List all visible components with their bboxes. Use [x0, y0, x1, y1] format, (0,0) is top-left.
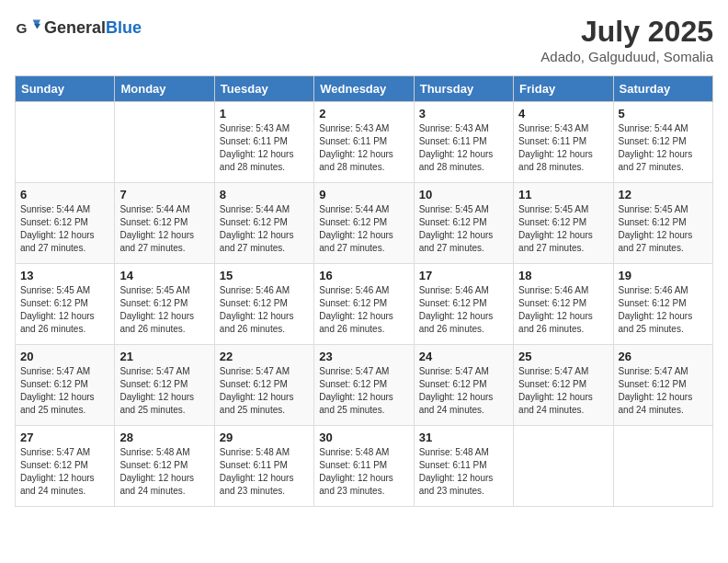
calendar-cell: 31Sunrise: 5:48 AMSunset: 6:11 PMDayligh… [414, 426, 513, 507]
day-number: 1 [220, 107, 309, 121]
logo: G GeneralBlue [15, 15, 142, 40]
day-number: 25 [518, 350, 608, 363]
day-number: 17 [419, 269, 508, 282]
cell-info: Sunrise: 5:44 AMSunset: 6:12 PMDaylight:… [20, 203, 109, 255]
cell-info: Sunrise: 5:43 AMSunset: 6:11 PMDaylight:… [220, 122, 309, 174]
cell-info: Sunrise: 5:47 AMSunset: 6:12 PMDaylight:… [518, 365, 608, 417]
calendar-cell: 18Sunrise: 5:46 AMSunset: 6:12 PMDayligh… [514, 264, 613, 345]
calendar-cell: 9Sunrise: 5:44 AMSunset: 6:12 PMDaylight… [314, 183, 414, 264]
calendar-cell: 29Sunrise: 5:48 AMSunset: 6:11 PMDayligh… [214, 426, 313, 507]
calendar-cell: 11Sunrise: 5:45 AMSunset: 6:12 PMDayligh… [514, 183, 613, 264]
day-number: 20 [20, 350, 109, 363]
day-number: 7 [119, 188, 209, 201]
cell-info: Sunrise: 5:44 AMSunset: 6:12 PMDaylight:… [319, 203, 408, 255]
day-number: 11 [518, 188, 608, 201]
col-header-thursday: Thursday [414, 76, 513, 102]
cell-info: Sunrise: 5:47 AMSunset: 6:12 PMDaylight:… [119, 365, 209, 417]
calendar-table: SundayMondayTuesdayWednesdayThursdayFrid… [15, 75, 713, 507]
calendar-cell: 30Sunrise: 5:48 AMSunset: 6:11 PMDayligh… [314, 426, 414, 507]
day-number: 14 [119, 269, 209, 282]
calendar-cell: 20Sunrise: 5:47 AMSunset: 6:12 PMDayligh… [16, 345, 115, 426]
logo-icon: G [15, 15, 40, 40]
day-number: 22 [220, 350, 309, 363]
col-header-wednesday: Wednesday [314, 76, 414, 102]
cell-info: Sunrise: 5:47 AMSunset: 6:12 PMDaylight:… [319, 365, 408, 417]
week-row-1: 1Sunrise: 5:43 AMSunset: 6:11 PMDaylight… [16, 102, 713, 183]
calendar-cell: 2Sunrise: 5:43 AMSunset: 6:11 PMDaylight… [314, 102, 414, 183]
col-header-saturday: Saturday [613, 76, 712, 102]
location: Adado, Galguduud, Somalia [540, 49, 713, 64]
calendar-cell [613, 426, 712, 507]
day-number: 10 [419, 188, 508, 201]
calendar-cell: 14Sunrise: 5:45 AMSunset: 6:12 PMDayligh… [115, 264, 214, 345]
title-block: July 2025 Adado, Galguduud, Somalia [540, 15, 713, 64]
page-header: G GeneralBlue July 2025 Adado, Galguduud… [15, 15, 713, 64]
svg-marker-2 [34, 24, 40, 29]
col-header-friday: Friday [514, 76, 613, 102]
day-number: 8 [220, 188, 309, 201]
cell-info: Sunrise: 5:44 AMSunset: 6:12 PMDaylight:… [220, 203, 309, 255]
col-header-tuesday: Tuesday [214, 76, 313, 102]
calendar-cell: 13Sunrise: 5:45 AMSunset: 6:12 PMDayligh… [16, 264, 115, 345]
day-number: 2 [319, 107, 408, 121]
calendar-cell: 17Sunrise: 5:46 AMSunset: 6:12 PMDayligh… [414, 264, 513, 345]
day-number: 29 [220, 431, 309, 444]
calendar-cell: 26Sunrise: 5:47 AMSunset: 6:12 PMDayligh… [613, 345, 712, 426]
week-row-5: 27Sunrise: 5:47 AMSunset: 6:12 PMDayligh… [16, 426, 713, 507]
cell-info: Sunrise: 5:48 AMSunset: 6:11 PMDaylight:… [220, 446, 309, 498]
calendar-cell: 12Sunrise: 5:45 AMSunset: 6:12 PMDayligh… [613, 183, 712, 264]
cell-info: Sunrise: 5:46 AMSunset: 6:12 PMDaylight:… [220, 284, 309, 336]
header-row: SundayMondayTuesdayWednesdayThursdayFrid… [16, 76, 713, 102]
cell-info: Sunrise: 5:43 AMSunset: 6:11 PMDaylight:… [419, 122, 508, 174]
day-number: 27 [20, 431, 109, 444]
col-header-sunday: Sunday [16, 76, 115, 102]
cell-info: Sunrise: 5:47 AMSunset: 6:12 PMDaylight:… [20, 446, 109, 498]
week-row-3: 13Sunrise: 5:45 AMSunset: 6:12 PMDayligh… [16, 264, 713, 345]
calendar-cell: 10Sunrise: 5:45 AMSunset: 6:12 PMDayligh… [414, 183, 513, 264]
calendar-cell: 6Sunrise: 5:44 AMSunset: 6:12 PMDaylight… [16, 183, 115, 264]
cell-info: Sunrise: 5:46 AMSunset: 6:12 PMDaylight:… [319, 284, 408, 336]
day-number: 23 [319, 350, 408, 363]
week-row-2: 6Sunrise: 5:44 AMSunset: 6:12 PMDaylight… [16, 183, 713, 264]
cell-info: Sunrise: 5:43 AMSunset: 6:11 PMDaylight:… [319, 122, 408, 174]
col-header-monday: Monday [115, 76, 214, 102]
day-number: 31 [419, 431, 508, 444]
calendar-cell: 27Sunrise: 5:47 AMSunset: 6:12 PMDayligh… [16, 426, 115, 507]
cell-info: Sunrise: 5:47 AMSunset: 6:12 PMDaylight:… [619, 365, 708, 417]
cell-info: Sunrise: 5:45 AMSunset: 6:12 PMDaylight:… [119, 284, 209, 336]
cell-info: Sunrise: 5:43 AMSunset: 6:11 PMDaylight:… [518, 122, 608, 174]
calendar-cell: 8Sunrise: 5:44 AMSunset: 6:12 PMDaylight… [214, 183, 313, 264]
week-row-4: 20Sunrise: 5:47 AMSunset: 6:12 PMDayligh… [16, 345, 713, 426]
day-number: 21 [119, 350, 209, 363]
calendar-cell: 25Sunrise: 5:47 AMSunset: 6:12 PMDayligh… [514, 345, 613, 426]
day-number: 26 [619, 350, 708, 363]
calendar-cell: 5Sunrise: 5:44 AMSunset: 6:12 PMDaylight… [613, 102, 712, 183]
month-year: July 2025 [540, 15, 713, 49]
day-number: 30 [319, 431, 408, 444]
logo-text-blue: Blue [106, 18, 142, 37]
calendar-cell: 15Sunrise: 5:46 AMSunset: 6:12 PMDayligh… [214, 264, 313, 345]
day-number: 16 [319, 269, 408, 282]
calendar-cell [514, 426, 613, 507]
day-number: 18 [518, 269, 608, 282]
day-number: 24 [419, 350, 508, 363]
calendar-cell: 1Sunrise: 5:43 AMSunset: 6:11 PMDaylight… [214, 102, 313, 183]
day-number: 28 [119, 431, 209, 444]
cell-info: Sunrise: 5:48 AMSunset: 6:11 PMDaylight:… [419, 446, 508, 498]
cell-info: Sunrise: 5:47 AMSunset: 6:12 PMDaylight:… [419, 365, 508, 417]
calendar-cell: 23Sunrise: 5:47 AMSunset: 6:12 PMDayligh… [314, 345, 414, 426]
cell-info: Sunrise: 5:47 AMSunset: 6:12 PMDaylight:… [220, 365, 309, 417]
calendar-cell: 7Sunrise: 5:44 AMSunset: 6:12 PMDaylight… [115, 183, 214, 264]
cell-info: Sunrise: 5:48 AMSunset: 6:11 PMDaylight:… [319, 446, 408, 498]
calendar-cell: 21Sunrise: 5:47 AMSunset: 6:12 PMDayligh… [115, 345, 214, 426]
calendar-cell: 3Sunrise: 5:43 AMSunset: 6:11 PMDaylight… [414, 102, 513, 183]
cell-info: Sunrise: 5:46 AMSunset: 6:12 PMDaylight:… [419, 284, 508, 336]
day-number: 15 [220, 269, 309, 282]
svg-text:G: G [16, 20, 27, 36]
cell-info: Sunrise: 5:45 AMSunset: 6:12 PMDaylight:… [619, 203, 708, 255]
cell-info: Sunrise: 5:46 AMSunset: 6:12 PMDaylight:… [619, 284, 708, 336]
cell-info: Sunrise: 5:46 AMSunset: 6:12 PMDaylight:… [518, 284, 608, 336]
calendar-cell [115, 102, 214, 183]
cell-info: Sunrise: 5:44 AMSunset: 6:12 PMDaylight:… [119, 203, 209, 255]
day-number: 6 [20, 188, 109, 201]
